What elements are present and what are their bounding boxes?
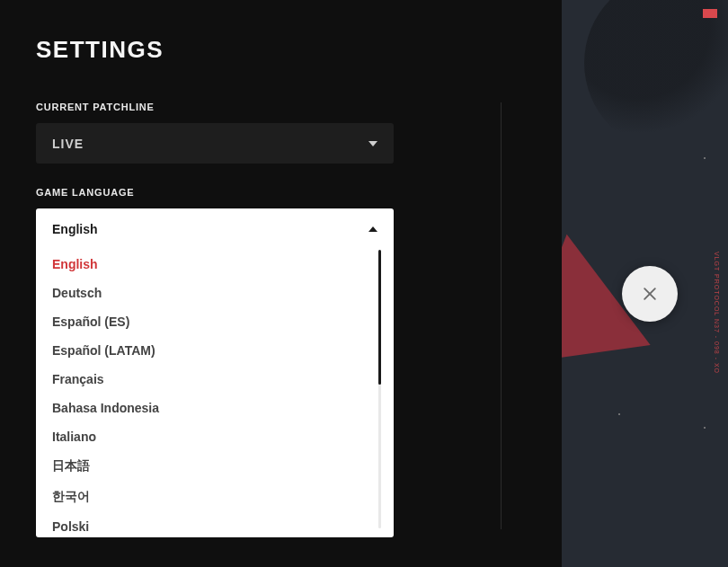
patchline-value: LIVE (52, 137, 84, 151)
patchline-select[interactable]: LIVE (36, 123, 394, 164)
scrollbar[interactable] (378, 250, 381, 537)
language-option[interactable]: Deutsch (36, 279, 374, 307)
background-dot (704, 157, 706, 159)
language-select-header[interactable]: English (36, 208, 394, 250)
language-option[interactable]: English (36, 250, 374, 279)
caret-down-icon (368, 141, 377, 146)
caret-up-icon (368, 226, 377, 232)
background-side-text: VLGT PROTOCOL N37 - 098 - XO (708, 252, 721, 374)
language-option[interactable]: Bahasa Indonesia (36, 394, 374, 422)
language-select[interactable]: English EnglishDeutschEspañol (ES)Españo… (36, 208, 394, 537)
language-option[interactable]: Español (ES) (36, 307, 374, 336)
background-dot (618, 413, 620, 415)
language-option[interactable]: Français (36, 365, 374, 394)
language-selected-value: English (52, 222, 98, 236)
language-label: GAME LANGUAGE (36, 187, 526, 198)
vertical-divider (501, 102, 502, 529)
language-option[interactable]: 한국어 (36, 482, 374, 512)
language-option[interactable]: Italiano (36, 422, 374, 451)
scrollbar-thumb[interactable] (378, 250, 381, 385)
background-tag-icon (703, 9, 717, 18)
background-swoosh (584, 0, 728, 153)
language-options-wrap: EnglishDeutschEspañol (ES)Español (LATAM… (36, 250, 394, 537)
background-dot (704, 427, 706, 429)
close-button[interactable] (622, 266, 678, 322)
language-option[interactable]: Español (LATAM) (36, 336, 374, 365)
page-title: SETTINGS (36, 36, 526, 64)
patchline-label: CURRENT PATCHLINE (36, 102, 526, 112)
close-icon (641, 285, 659, 303)
language-option[interactable]: 日本語 (36, 451, 374, 482)
language-options-list[interactable]: EnglishDeutschEspañol (ES)Español (LATAM… (36, 250, 374, 537)
settings-panel: SETTINGS CURRENT PATCHLINE LIVE GAME LAN… (0, 0, 562, 567)
language-option[interactable]: Polski (36, 512, 374, 537)
